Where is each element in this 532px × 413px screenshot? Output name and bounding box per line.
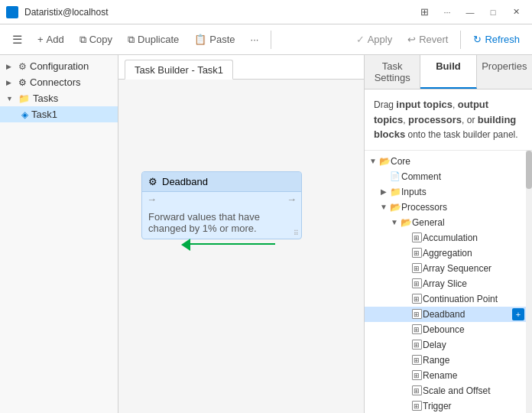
rtree-item-accumulation[interactable]: ⊞ Accumulation xyxy=(365,230,532,246)
proc-icon: ⊞ xyxy=(410,247,423,259)
ellipsis-icon[interactable]: ··· xyxy=(437,5,457,20)
toolbar-separator xyxy=(271,31,271,49)
page-icon: 📄 xyxy=(389,171,401,183)
add-deadband-button[interactable]: + xyxy=(512,308,524,320)
refresh-icon: ↻ xyxy=(473,34,482,45)
close-button[interactable]: ✕ xyxy=(506,5,526,20)
sidebar-item-tasks[interactable]: ▼ 📁 Tasks xyxy=(0,90,118,106)
refresh-button[interactable]: ↻ Refresh xyxy=(467,31,526,48)
proc-icon: ⊞ xyxy=(410,400,423,412)
toolbar-separator-2 xyxy=(460,31,461,49)
plus-icon: + xyxy=(37,34,44,45)
check-icon: ✓ xyxy=(356,34,365,45)
proc-icon: ⊞ xyxy=(410,232,423,244)
tab-build[interactable]: Build xyxy=(420,55,476,89)
gear-icon: ⚙ xyxy=(18,61,27,72)
revert-button[interactable]: ↩ Revert xyxy=(401,31,454,48)
resize-handle[interactable]: ⠿ xyxy=(294,229,299,237)
gear-icon: ⚙ xyxy=(148,176,157,187)
scrollbar-track[interactable] xyxy=(526,151,532,414)
undo-icon: ↩ xyxy=(407,34,416,45)
folder-open-icon: 📂 xyxy=(389,201,401,213)
copy-button[interactable]: ⧉ Copy xyxy=(73,31,118,49)
task-node-arrows: → → xyxy=(142,192,301,206)
right-hint: Drag input topics, output topics, proces… xyxy=(365,89,532,151)
title-bar: Dataristix@localhost ⊞ ··· — □ ✕ xyxy=(0,0,532,24)
right-tabs: Task Settings Build Properties xyxy=(365,55,532,89)
folder-open-icon: 📂 xyxy=(378,155,391,167)
rtree-item-debounce[interactable]: ⊞ Debounce xyxy=(365,322,532,337)
app-icon xyxy=(6,6,18,18)
task-node-header: ⚙ Deadband xyxy=(142,172,301,192)
expand-icon: ▼ xyxy=(6,95,15,102)
connector-icon: ⚙ xyxy=(18,77,27,88)
rtree-item-range[interactable]: ⊞ Range xyxy=(365,353,532,368)
proc-icon: ⊞ xyxy=(410,308,423,320)
proc-icon: ⊞ xyxy=(410,354,423,366)
title-extra-icon[interactable]: ⊞ xyxy=(414,5,434,20)
expand-icon: ▶ xyxy=(6,63,15,70)
maximize-button[interactable]: □ xyxy=(483,5,503,20)
add-button[interactable]: + Add xyxy=(31,31,70,48)
tab-task-settings[interactable]: Task Settings xyxy=(365,55,420,89)
sidebar-item-label: Task1 xyxy=(31,109,57,120)
duplicate-icon: ⧉ xyxy=(128,34,135,46)
proc-icon: ⊞ xyxy=(410,324,423,336)
sidebar-item-label: Configuration xyxy=(30,60,89,72)
rtree-item-processors[interactable]: ▼ 📂 Processors xyxy=(365,200,532,215)
minimize-button[interactable]: — xyxy=(460,5,480,20)
expand-icon: ▼ xyxy=(389,218,400,226)
canvas-area[interactable]: ⚙ Deadband → → Forward values that have … xyxy=(118,80,364,413)
rtree-item-aggregation[interactable]: ⊞ Aggregation xyxy=(365,246,532,261)
arrow-line xyxy=(183,243,275,245)
more-icon[interactable]: ··· xyxy=(245,31,265,48)
scrollbar-thumb[interactable] xyxy=(526,151,532,189)
task-icon: ◈ xyxy=(21,109,28,120)
proc-icon: ⊞ xyxy=(410,339,423,351)
apply-button[interactable]: ✓ Apply xyxy=(350,31,399,48)
sidebar-item-configuration[interactable]: ▶ ⚙ Configuration xyxy=(0,58,118,74)
arrow-head xyxy=(181,239,190,251)
rtree-item-core[interactable]: ▼ 📂 Core xyxy=(365,154,532,169)
sidebar-item-label: Tasks xyxy=(33,93,58,104)
sidebar-item-connectors[interactable]: ▶ ⚙ Connectors xyxy=(0,74,118,90)
sidebar-item-label: Connectors xyxy=(30,76,80,88)
paste-button[interactable]: 📋 Paste xyxy=(188,31,241,48)
rtree-item-array-slice[interactable]: ⊞ Array Slice xyxy=(365,276,532,291)
copy-icon: ⧉ xyxy=(79,34,86,46)
expand-icon: ▼ xyxy=(368,157,378,165)
rtree-item-scale-offset[interactable]: ⊞ Scale and Offset xyxy=(365,383,532,398)
sidebar-item-task1[interactable]: ◈ Task1 xyxy=(0,106,118,122)
rtree-item-array-sequencer[interactable]: ⊞ Array Sequencer xyxy=(365,261,532,276)
rtree-item-deadband[interactable]: ⊞ Deadband + xyxy=(365,307,532,322)
task-node-deadband[interactable]: ⚙ Deadband → → Forward values that have … xyxy=(141,171,302,239)
tab-properties[interactable]: Properties xyxy=(477,55,532,89)
sidebar: ▶ ⚙ Configuration ▶ ⚙ Connectors ▼ 📁 Tas… xyxy=(0,55,118,413)
paste-icon: 📋 xyxy=(194,34,206,45)
rtree-item-continuation-point[interactable]: ⊞ Continuation Point xyxy=(365,291,532,307)
folder-icon: 📁 xyxy=(18,93,30,104)
build-tree: ▼ 📂 Core 📄 Comment ▶ 📁 Inputs ▼ 📂 Proc xyxy=(365,151,532,414)
folder-open-icon: 📂 xyxy=(400,216,412,229)
center-panel: Task Builder - Task1 ⚙ Deadband → → Forw… xyxy=(118,55,364,413)
duplicate-button[interactable]: ⧉ Duplicate xyxy=(122,31,185,49)
proc-icon: ⊞ xyxy=(410,385,423,397)
expand-icon: ▶ xyxy=(378,187,389,196)
window-title: Dataristix@localhost xyxy=(24,7,109,18)
hamburger-icon[interactable]: ☰ xyxy=(6,30,28,50)
tabs-bar: Task Builder - Task1 xyxy=(118,55,364,80)
proc-icon: ⊞ xyxy=(410,262,423,275)
rtree-item-comment[interactable]: 📄 Comment xyxy=(365,169,532,184)
proc-icon: ⊞ xyxy=(410,293,423,305)
rtree-item-delay[interactable]: ⊞ Delay xyxy=(365,337,532,353)
task-node-body: Forward values that have changed by 1% o… xyxy=(142,206,301,239)
proc-icon: ⊞ xyxy=(410,369,423,382)
rtree-item-trigger[interactable]: ⊞ Trigger xyxy=(365,398,532,414)
tab-task-builder[interactable]: Task Builder - Task1 xyxy=(125,60,233,80)
rtree-item-general[interactable]: ▼ 📂 General xyxy=(365,215,532,230)
main-area: ▶ ⚙ Configuration ▶ ⚙ Connectors ▼ 📁 Tas… xyxy=(0,55,532,413)
expand-icon: ▶ xyxy=(6,79,15,86)
rtree-item-inputs[interactable]: ▶ 📁 Inputs xyxy=(365,184,532,200)
folder-closed-icon: 📁 xyxy=(389,186,401,198)
rtree-item-rename[interactable]: ⊞ Rename xyxy=(365,368,532,383)
